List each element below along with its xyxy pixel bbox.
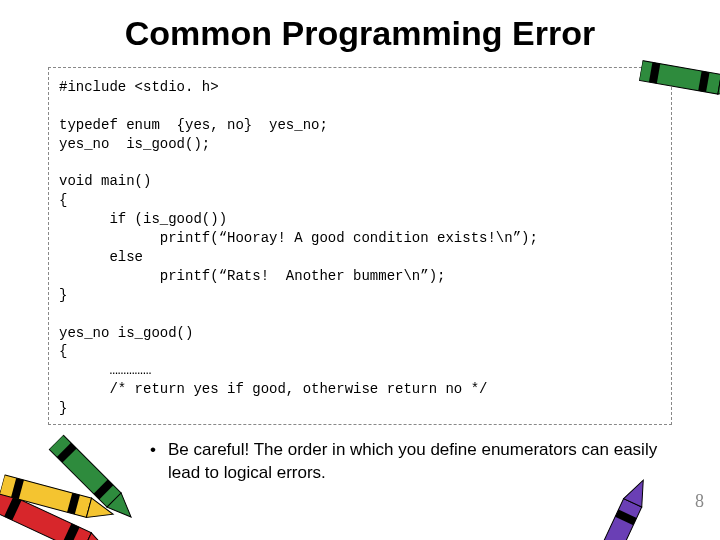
slide-title: Common Programming Error [0,0,720,59]
code-content: #include <stdio. h> typedef enum {yes, n… [59,78,661,418]
code-box: #include <stdio. h> typedef enum {yes, n… [48,67,672,425]
bullet-item: • Be careful! The order in which you def… [150,439,660,485]
slide: Common Programming Error #include <stdio… [0,0,720,540]
bullet-dot-icon: • [150,439,168,462]
bullet-text: Be careful! The order in which you defin… [168,439,660,485]
bullet-block: • Be careful! The order in which you def… [150,439,660,485]
page-number: 8 [695,491,704,512]
